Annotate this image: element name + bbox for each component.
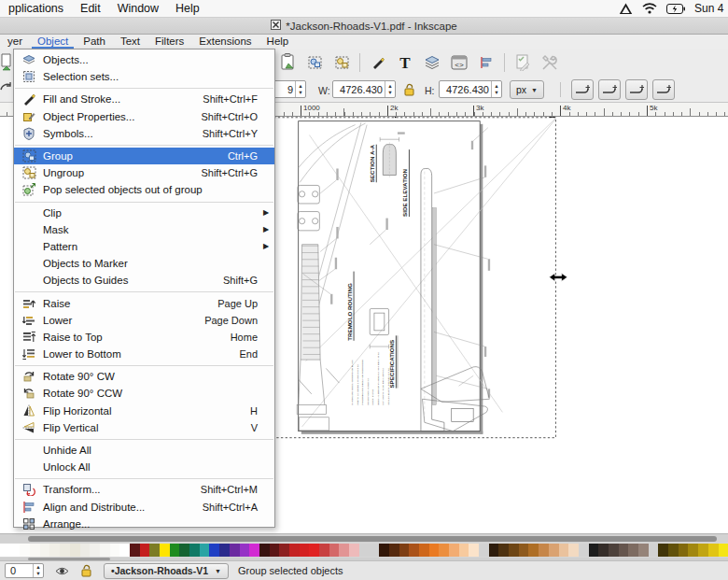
units-dropdown[interactable]: px ▼ xyxy=(510,80,544,99)
menu-item-lower-to-bottom[interactable]: Lower to BottomEnd xyxy=(14,346,274,362)
battery-icon[interactable] xyxy=(666,4,685,14)
color-swatch[interactable] xyxy=(379,544,389,557)
color-swatch[interactable] xyxy=(309,544,319,557)
horizontal-scrollbar[interactable] xyxy=(0,533,728,543)
color-swatch[interactable] xyxy=(110,544,120,557)
color-swatch[interactable] xyxy=(200,544,210,557)
color-swatch[interactable] xyxy=(249,544,259,557)
color-swatch[interactable] xyxy=(160,544,170,557)
macos-menu-applications[interactable]: pplications xyxy=(0,2,72,15)
y-spinner[interactable]: ▲▼ xyxy=(295,81,305,97)
menu-item-flip-horizontal[interactable]: Flip HorizontalH xyxy=(14,403,274,419)
color-swatch[interactable] xyxy=(240,544,250,557)
color-swatch[interactable] xyxy=(479,544,489,557)
color-swatch[interactable] xyxy=(319,544,329,557)
menu-item-object-properties[interactable]: Object Properties...Shift+Ctrl+O xyxy=(14,108,274,125)
menubar-item-text[interactable]: Text xyxy=(113,35,147,49)
color-swatch[interactable] xyxy=(179,544,189,557)
menu-item-selection-sets[interactable]: Selection sets... xyxy=(14,68,274,85)
wifi-icon[interactable] xyxy=(642,3,657,14)
menu-item-unlock-all[interactable]: Unlock All xyxy=(14,459,274,475)
window-titlebar[interactable]: *Jackson-Rhoads-V1.pdf - Inkscape xyxy=(0,18,728,35)
width-spinner[interactable]: ▲▼ xyxy=(385,81,395,97)
scale-corners-toggle[interactable] xyxy=(598,79,621,100)
color-swatch[interactable] xyxy=(598,544,609,557)
color-swatch[interactable] xyxy=(668,544,679,557)
color-swatch[interactable] xyxy=(209,544,219,557)
color-swatch[interactable] xyxy=(259,544,270,557)
color-swatch[interactable] xyxy=(130,544,140,557)
height-field[interactable]: 4726.430 ▲▼ xyxy=(439,80,502,98)
macos-menu-help[interactable]: Help xyxy=(167,2,208,15)
color-swatch[interactable] xyxy=(60,544,70,557)
color-swatch[interactable] xyxy=(10,544,21,557)
menu-item-clip[interactable]: Clip▶ xyxy=(14,205,274,221)
color-swatch[interactable] xyxy=(90,544,100,557)
lock-ratio-icon[interactable] xyxy=(403,83,415,96)
color-swatch[interactable] xyxy=(459,544,469,557)
menu-item-objects-to-marker[interactable]: Objects to Marker xyxy=(14,255,274,272)
group-icon[interactable] xyxy=(303,51,326,74)
color-swatch[interactable] xyxy=(688,544,698,557)
menu-item-unhide-all[interactable]: Unhide All xyxy=(14,442,274,459)
color-swatch[interactable] xyxy=(419,544,429,557)
color-swatch[interactable] xyxy=(439,544,449,557)
menu-item-lower[interactable]: LowerPage Down xyxy=(14,312,274,329)
menu-item-pattern[interactable]: Pattern▶ xyxy=(14,238,274,255)
ungroup-icon[interactable] xyxy=(330,51,353,74)
color-swatch[interactable] xyxy=(399,544,410,557)
menu-item-rotate-90-ccw[interactable]: Rotate 90° CCW xyxy=(14,385,274,402)
width-field[interactable]: 4726.430 ▲▼ xyxy=(332,80,396,98)
drive-icon[interactable] xyxy=(619,3,633,15)
fill-stroke-icon[interactable] xyxy=(367,51,389,74)
align-icon[interactable] xyxy=(475,51,497,74)
color-swatch[interactable] xyxy=(489,544,499,557)
color-swatch[interactable] xyxy=(589,544,599,557)
color-swatch[interactable] xyxy=(568,544,579,557)
color-swatch[interactable] xyxy=(638,544,649,557)
color-swatch[interactable] xyxy=(528,544,539,557)
color-swatch[interactable] xyxy=(409,544,419,557)
color-swatch[interactable] xyxy=(719,544,728,557)
opacity-field[interactable]: 0 ▲▼ xyxy=(5,563,44,578)
color-swatch[interactable] xyxy=(20,544,30,557)
macos-menu-window[interactable]: Window xyxy=(109,2,167,15)
color-swatch[interactable] xyxy=(449,544,459,557)
color-swatch[interactable] xyxy=(679,544,689,557)
color-swatch[interactable] xyxy=(519,544,529,557)
color-swatch[interactable] xyxy=(549,544,559,557)
color-swatch[interactable] xyxy=(189,544,200,557)
layer-dropdown[interactable]: •Jackson-Rhoads-V1 ▼ xyxy=(104,563,229,579)
document-properties-icon[interactable] xyxy=(511,51,534,74)
color-swatch[interactable] xyxy=(628,544,638,557)
color-swatch[interactable] xyxy=(140,544,150,557)
color-swatch[interactable] xyxy=(429,544,440,557)
cropped-toolbar-icon[interactable] xyxy=(0,52,12,77)
color-swatch[interactable] xyxy=(609,544,619,557)
menu-item-arrange[interactable]: Arrange... xyxy=(14,516,274,532)
scrollbar-thumb[interactable] xyxy=(28,536,717,542)
color-swatch[interactable] xyxy=(329,544,340,557)
xml-editor-icon[interactable]: <> xyxy=(448,51,470,74)
color-swatch[interactable] xyxy=(119,544,130,557)
color-swatch[interactable] xyxy=(219,544,230,557)
color-swatch[interactable] xyxy=(509,544,519,557)
height-spinner[interactable]: ▲▼ xyxy=(491,81,501,97)
menu-item-fill-and-stroke[interactable]: Fill and Stroke...Shift+Ctrl+F xyxy=(14,91,274,107)
color-swatch[interactable] xyxy=(649,544,659,557)
color-swatch[interactable] xyxy=(70,544,80,557)
menubar-item-help[interactable]: Help xyxy=(259,35,297,49)
color-swatch[interactable] xyxy=(389,544,399,557)
menu-item-rotate-90-cw[interactable]: Rotate 90° CW xyxy=(14,368,274,385)
paste-icon[interactable] xyxy=(276,51,299,74)
text-icon[interactable]: T xyxy=(394,51,416,74)
color-swatch[interactable] xyxy=(359,544,370,557)
menu-item-ungroup[interactable]: UngroupShift+Ctrl+G xyxy=(14,164,274,181)
menu-item-align-and-distribute[interactable]: Align and Distribute...Shift+Ctrl+A xyxy=(14,499,274,516)
menu-item-objects-to-guides[interactable]: Objects to GuidesShift+G xyxy=(14,272,274,289)
opacity-spinner[interactable]: ▲▼ xyxy=(33,564,43,577)
color-swatch[interactable] xyxy=(539,544,549,557)
color-swatch[interactable] xyxy=(100,544,110,557)
color-swatch[interactable] xyxy=(170,544,180,557)
menubar-item-object[interactable]: Object xyxy=(30,35,76,49)
